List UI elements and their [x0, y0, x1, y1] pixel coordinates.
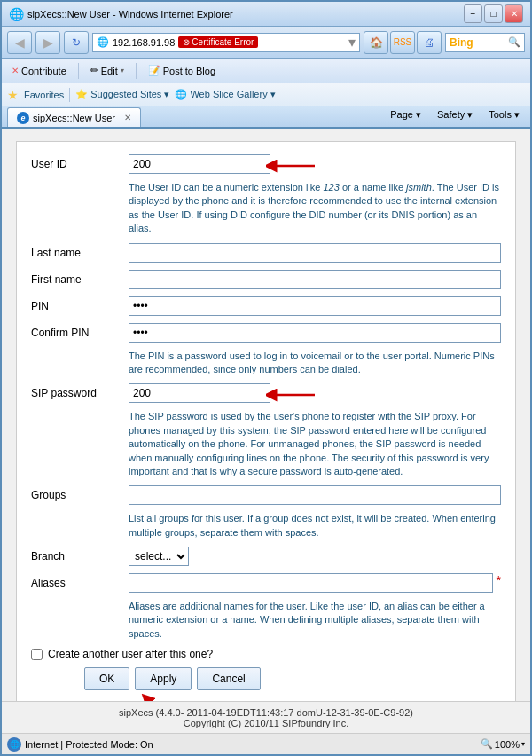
first-name-label: First name — [31, 270, 129, 286]
forward-button[interactable]: ▶ — [35, 31, 60, 54]
user-id-input[interactable] — [129, 154, 270, 174]
zoom-level: 100% — [495, 739, 520, 750]
security-badge: ⊗ Certificate Error — [178, 36, 258, 48]
sip-password-arrow — [266, 382, 319, 408]
branch-select[interactable]: select... — [129, 547, 189, 566]
create-another-row: Create another user after this one? — [31, 648, 501, 660]
groups-label: Groups — [31, 485, 129, 501]
back-button[interactable]: ◀ — [7, 31, 32, 54]
print-button[interactable]: 🖨 — [417, 31, 442, 54]
refresh-button[interactable]: ↻ — [64, 31, 89, 54]
apply-button[interactable]: Apply — [135, 667, 192, 690]
web-slice-gallery-button[interactable]: 🌐 Web Slice Gallery ▾ — [175, 89, 275, 100]
last-name-input[interactable] — [129, 243, 501, 263]
toolbar-separator-1 — [78, 63, 79, 79]
create-another-checkbox[interactable] — [31, 649, 43, 660]
safety-menu-button[interactable]: Safety ▾ — [432, 106, 478, 123]
address-text: 192.168.91.98 — [113, 37, 175, 48]
ok-button[interactable]: OK — [84, 667, 129, 690]
groups-input[interactable] — [129, 485, 501, 505]
groups-row: Groups — [31, 485, 501, 505]
required-star: * — [497, 573, 501, 587]
favorites-button[interactable]: Favorites — [24, 90, 64, 100]
branch-label: Branch — [31, 547, 129, 563]
zoom-chevron: ▾ — [521, 740, 525, 748]
minimize-button[interactable]: − — [464, 4, 482, 23]
create-another-label[interactable]: Create another user after this one? — [48, 648, 213, 660]
restore-button[interactable]: □ — [484, 4, 503, 23]
home-button[interactable]: 🏠 — [364, 31, 388, 54]
ie-status-bar: 🌐 Internet | Protected Mode: On 🔍 100% ▾ — [2, 733, 530, 754]
ie-globe-icon: 🌐 — [7, 737, 21, 752]
user-id-arrow — [266, 153, 319, 179]
confirm-pin-input[interactable] — [129, 323, 501, 343]
post-to-blog-button[interactable]: 📝 Post to Blog — [144, 62, 220, 79]
tab-icon — [17, 112, 29, 124]
protected-mode-text: Internet | Protected Mode: On — [25, 739, 153, 750]
version-text: sipXecs (4.4.0- 2011-04-19EDT11:43:17 do… — [119, 707, 413, 718]
window-title: sipXecs::New User - Windows Internet Exp… — [27, 9, 233, 20]
zoom-icon: 🔍 — [481, 738, 493, 750]
bing-icon: Bing — [450, 36, 473, 49]
edit-button[interactable]: ✏ Edit ▾ — [86, 62, 129, 79]
sip-password-row: SIP password — [31, 383, 501, 403]
toolbar-separator-2 — [136, 63, 137, 79]
user-id-label: User ID — [31, 154, 129, 170]
first-name-input[interactable] — [129, 270, 501, 289]
suggested-sites-button[interactable]: ⭐ Suggested Sites ▾ — [75, 89, 169, 100]
sip-password-input[interactable] — [129, 383, 270, 403]
pin-label: PIN — [31, 296, 129, 312]
sip-password-label: SIP password — [31, 383, 129, 399]
user-id-hint: The User ID can be a numeric extension l… — [129, 181, 501, 236]
last-name-label: Last name — [31, 243, 129, 259]
page-content: User ID The User ID ca — [2, 129, 530, 701]
last-name-row: Last name — [31, 243, 501, 263]
fav-separator — [69, 88, 70, 102]
confirm-pin-row: Confirm PIN — [31, 323, 501, 343]
cancel-button[interactable]: Cancel — [197, 667, 260, 690]
page-menu-button[interactable]: Page ▾ — [385, 106, 426, 123]
first-name-row: First name — [31, 270, 501, 289]
rss-button[interactable]: RSS — [390, 31, 415, 54]
pin-hint: The PIN is a password used to log in to … — [129, 350, 501, 377]
main-tab[interactable]: sipXecs::New User ✕ — [7, 107, 141, 127]
favorites-star: ★ — [7, 88, 19, 102]
contribute-button[interactable]: ✕ Contribute — [7, 63, 71, 79]
user-id-row: User ID — [31, 154, 501, 174]
zoom-control[interactable]: 🔍 100% ▾ — [481, 738, 525, 750]
aliases-input[interactable] — [129, 573, 493, 593]
close-button[interactable]: ✕ — [505, 4, 523, 23]
aliases-hint: Aliases are additional names for the use… — [129, 600, 501, 641]
tools-menu-button[interactable]: Tools ▾ — [483, 106, 525, 123]
aliases-row: Aliases * — [31, 573, 501, 593]
pin-input[interactable] — [129, 296, 501, 316]
app-status-bar: sipXecs (4.4.0- 2011-04-19EDT11:43:17 do… — [2, 701, 530, 733]
groups-hint: List all groups for this user. If a grou… — [129, 512, 501, 539]
sip-hint: The SIP password is used by the user's p… — [129, 410, 501, 478]
search-box[interactable]: Bing 🔍 — [445, 33, 525, 52]
copyright-text: Copyright (C) 2010/11 SIPfoundry Inc. — [184, 718, 348, 728]
aliases-label: Aliases — [31, 573, 129, 589]
pin-row: PIN — [31, 296, 501, 316]
branch-row: Branch select... — [31, 547, 501, 566]
confirm-pin-label: Confirm PIN — [31, 323, 129, 339]
